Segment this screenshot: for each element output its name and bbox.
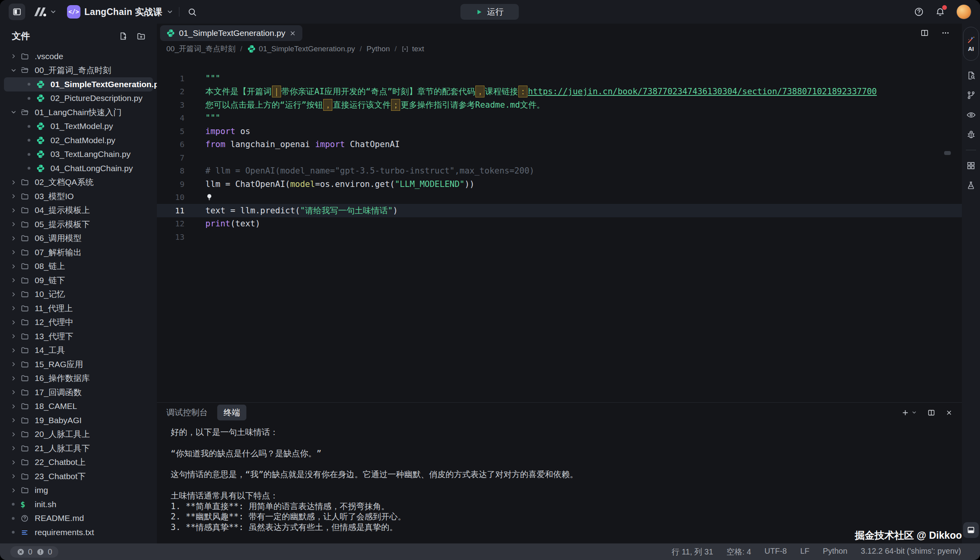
breadcrumb-item[interactable]: Python xyxy=(367,45,390,53)
errors-count[interactable]: 0 xyxy=(17,547,32,556)
extensions-button[interactable] xyxy=(966,156,976,175)
terminal-output[interactable]: 好的，以下是一句土味情话： “你知道我的缺点是什么吗？是缺点你。” 这句情话的意… xyxy=(157,422,962,543)
status-segment[interactable]: 3.12.2 64-bit ('shims': pyenv) xyxy=(861,547,961,557)
breadcrumb-item[interactable]: 00_开篇词_奇点时刻 xyxy=(166,44,235,54)
code-token: 直接运行该文件 xyxy=(333,99,391,110)
tree-folder-item[interactable]: 00_开篇词_奇点时刻 xyxy=(4,63,153,78)
notifications-button[interactable] xyxy=(935,7,945,17)
tree-folder-item[interactable]: 14_工具 xyxy=(4,343,153,358)
tab-debug-console[interactable]: 调试控制台 xyxy=(166,407,208,418)
ide-window: </> LangChain 实战课 运行 文件 xyxy=(0,0,980,560)
close-panel-icon[interactable] xyxy=(946,409,952,416)
tree-file-item[interactable]: requirements.txt xyxy=(4,525,153,539)
tree-folder-item[interactable]: 04_提示模板上 xyxy=(4,203,153,218)
problems-indicator[interactable]: 00 xyxy=(10,546,58,558)
line-number: 9 xyxy=(157,179,184,189)
tree-folder-item[interactable]: 13_代理下 xyxy=(4,329,153,343)
split-editor-icon[interactable] xyxy=(920,28,929,37)
status-segment[interactable]: 行 11, 列 31 xyxy=(672,547,713,557)
line-number: 7 xyxy=(157,153,184,162)
tree-folder-item[interactable]: 18_CAMEL xyxy=(4,399,153,414)
status-segment[interactable]: UTF-8 xyxy=(764,547,787,557)
status-segment[interactable]: LF xyxy=(800,547,809,557)
tree-file-item[interactable]: 01_TextModel.py xyxy=(4,119,153,134)
tree-folder-item[interactable]: .vscode xyxy=(4,49,153,63)
line-number: 8 xyxy=(157,166,184,175)
tree-folder-item[interactable]: 05_提示模板下 xyxy=(4,217,153,231)
tree-folder-item[interactable]: 01_LangChain快速入门 xyxy=(4,105,153,119)
tree-file-item[interactable]: $init.sh xyxy=(4,497,153,511)
code-token: model xyxy=(290,179,315,189)
breadcrumb-item[interactable]: 01_SimpleTextGeneration.py xyxy=(247,45,355,53)
warning-icon xyxy=(36,548,45,556)
tree-file-item[interactable]: 03_TextLangChain.py xyxy=(4,147,153,162)
new-file-icon[interactable] xyxy=(119,32,128,41)
tab-terminal[interactable]: 终端 xyxy=(217,405,246,420)
lightbulb-icon[interactable] xyxy=(205,193,213,201)
code-line: 11text = llm.predict("请给我写一句土味情话") xyxy=(157,204,962,217)
tree-folder-item[interactable]: img xyxy=(4,483,153,498)
file-search-button[interactable] xyxy=(966,65,976,85)
warnings-count[interactable]: 0 xyxy=(36,547,52,556)
tree-folder-item[interactable]: 20_人脉工具上 xyxy=(4,427,153,442)
tree-folder-item[interactable]: 10_记忆 xyxy=(4,287,153,302)
search-icon[interactable] xyxy=(187,7,197,17)
tree-folder-item[interactable]: 09_链下 xyxy=(4,273,153,287)
status-segment[interactable]: Python xyxy=(823,547,847,557)
run-button[interactable]: 运行 xyxy=(460,4,519,20)
split-panel-icon[interactable] xyxy=(927,409,935,417)
code-token: ； xyxy=(391,99,400,111)
tree-folder-item[interactable]: 07_解析输出 xyxy=(4,245,153,259)
debug-button[interactable] xyxy=(966,125,976,144)
chevron-right-icon xyxy=(10,347,20,354)
tree-file-item[interactable]: README.md xyxy=(4,511,153,526)
tree-folder-item[interactable]: 22_Chatbot上 xyxy=(4,455,153,470)
tree-folder-item[interactable]: 03_模型IO xyxy=(4,189,153,203)
tree-file-item[interactable]: 02_ChatModel.py xyxy=(4,133,153,147)
tree-folder-item[interactable]: 15_RAG应用 xyxy=(4,357,153,371)
tree-file-item[interactable]: 04_ChatLongChain.py xyxy=(4,161,153,175)
project-switcher[interactable]: </> LangChain 实战课 xyxy=(67,5,173,19)
code-editor[interactable]: 1"""2本文件是【开篇词｜带你亲证AI应用开发的“奇点”时刻】章节的配套代码，… xyxy=(157,56,962,402)
editor-scrollbar[interactable] xyxy=(944,151,951,155)
help-icon[interactable] xyxy=(914,7,924,17)
sidebar-toggle-icon[interactable] xyxy=(9,4,25,20)
experiments-button[interactable] xyxy=(966,175,976,195)
tree-folder-item[interactable]: 21_人脉工具下 xyxy=(4,441,153,455)
code-review-button[interactable] xyxy=(966,105,976,125)
tree-folder-item[interactable]: 17_回调函数 xyxy=(4,385,153,399)
chevron-down-icon[interactable] xyxy=(50,8,57,15)
tree-file-item[interactable]: 01_SimpleTextGeneration.py xyxy=(4,77,153,91)
code-link[interactable]: https://juejin.cn/book/73877023474361303… xyxy=(528,87,877,96)
toggle-bottom-panel-button[interactable] xyxy=(963,522,979,538)
code-token: langchain_openai xyxy=(225,140,315,149)
new-terminal-button[interactable] xyxy=(902,409,917,416)
tree-folder-item[interactable]: 08_链上 xyxy=(4,259,153,274)
breadcrumb-item[interactable]: text xyxy=(401,45,424,53)
folder-icon xyxy=(20,206,32,215)
folder-icon xyxy=(20,262,32,271)
status-segment[interactable]: 空格: 4 xyxy=(727,547,751,557)
folder-icon xyxy=(20,192,32,201)
source-control-button[interactable] xyxy=(966,85,976,105)
editor-tab[interactable]: 01_SimpleTextGeneration.py xyxy=(160,25,302,41)
app-logo-icon[interactable] xyxy=(32,6,47,18)
avatar[interactable] xyxy=(956,4,971,19)
tree-folder-item[interactable]: 19_BabyAGI xyxy=(4,413,153,427)
tree-file-item[interactable]: 02_PictureDescription.py xyxy=(4,91,153,106)
python-icon xyxy=(36,80,48,89)
tree-folder-item[interactable]: 02_文档QA系统 xyxy=(4,175,153,190)
eye-icon xyxy=(966,110,976,120)
tree-folder-item[interactable]: 23_Chatbot下 xyxy=(4,469,153,483)
ai-assistant-button[interactable]: AI xyxy=(963,27,979,61)
more-actions-icon[interactable] xyxy=(941,28,950,37)
tree-folder-item[interactable]: 12_代理中 xyxy=(4,315,153,330)
terminal-line xyxy=(171,459,950,469)
close-icon[interactable] xyxy=(289,30,296,37)
tree-folder-item[interactable]: 16_操作数据库 xyxy=(4,371,153,386)
tree-folder-item[interactable]: 11_代理上 xyxy=(4,301,153,315)
new-folder-icon[interactable] xyxy=(136,32,146,41)
tree-folder-item[interactable]: 06_调用模型 xyxy=(4,231,153,246)
folder-icon xyxy=(20,290,32,299)
right-activity-bar: AI xyxy=(962,24,980,543)
